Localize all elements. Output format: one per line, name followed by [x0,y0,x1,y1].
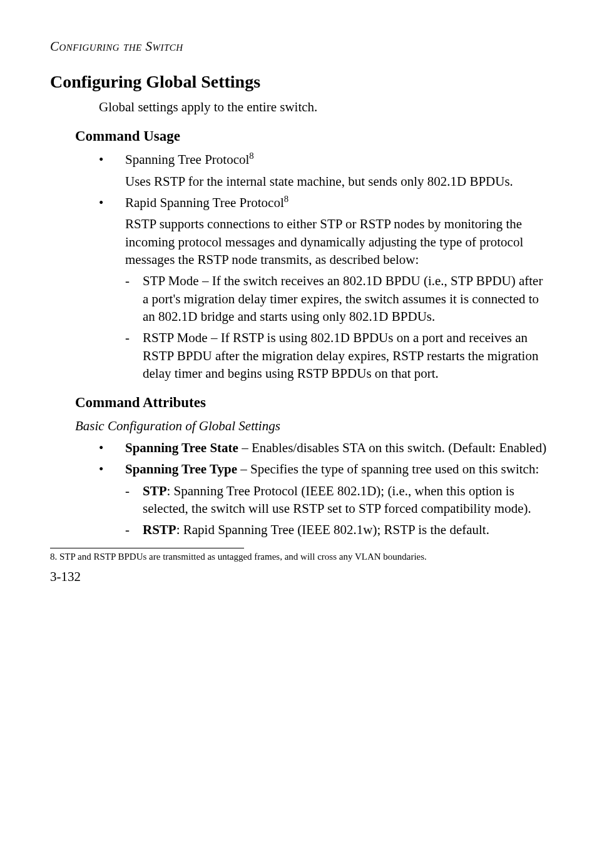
attr-item: • Spanning Tree Type – Specifies the typ… [99,460,547,478]
attr-desc: – Specifies the type of spanning tree us… [237,462,539,477]
bullet-dot-icon: • [99,151,125,168]
footnote-marker: 8. [50,552,57,562]
attr-desc: – Enables/disables STA on this switch. (… [238,440,546,455]
dash-icon: - [125,521,143,538]
dash-icon: - [125,482,143,518]
usage-subitem: - STP Mode – If the switch receives an 8… [125,272,547,325]
footnote-text: STP and RSTP BPDUs are transmitted as un… [59,552,427,562]
bullet-dot-icon: • [99,194,125,211]
footnote: 8. STP and RSTP BPDUs are transmitted as… [50,551,547,563]
attr-name: Spanning Tree Type [125,462,237,477]
attr-sub-name: STP [143,483,167,498]
section-intro: Global settings apply to the entire swit… [99,98,547,116]
attr-subitem-text: STP: Spanning Tree Protocol (IEEE 802.1D… [143,482,547,518]
usage-subitem-text: STP Mode – If the switch receives an 802… [143,272,547,325]
usage-item-desc: Uses RSTP for the internal state machine… [125,173,547,190]
attr-item: • Spanning Tree State – Enables/disables… [99,439,547,457]
dash-icon: - [125,272,143,325]
attr-item-text: Spanning Tree State – Enables/disables S… [125,439,547,457]
attr-sub-desc: : Rapid Spanning Tree (IEEE 802.1w); RST… [176,522,489,537]
attrs-subtitle: Basic Configuration of Global Settings [75,417,547,435]
usage-heading: Command Usage [75,128,547,144]
dash-icon: - [125,329,143,382]
usage-item: • Spanning Tree Protocol8 [99,151,547,168]
attr-subitem-text: RSTP: Rapid Spanning Tree (IEEE 802.1w);… [143,521,547,538]
page-number: 3-132 [50,569,547,585]
attr-name: Spanning Tree State [125,440,238,455]
usage-item-desc: RSTP supports connections to either STP … [125,215,547,268]
attr-sub-desc: : Spanning Tree Protocol (IEEE 802.1D); … [143,483,531,516]
usage-subitem: - RSTP Mode – If RSTP is using 802.1D BP… [125,329,547,382]
attr-subitem: - RSTP: Rapid Spanning Tree (IEEE 802.1w… [125,521,547,538]
bullet-dot-icon: • [99,460,125,478]
attr-item-text: Spanning Tree Type – Specifies the type … [125,460,547,478]
attr-subitem: - STP: Spanning Tree Protocol (IEEE 802.… [125,482,547,518]
usage-item: • Rapid Spanning Tree Protocol8 [99,194,547,211]
attrs-heading: Command Attributes [75,395,547,411]
usage-item-title: Rapid Spanning Tree Protocol8 [125,194,547,211]
footnote-divider [50,548,244,548]
attr-sub-name: RSTP [143,522,176,537]
running-head: Configuring the Switch [50,39,547,54]
usage-subitem-text: RSTP Mode – If RSTP is using 802.1D BPDU… [143,329,547,382]
usage-item-title: Spanning Tree Protocol8 [125,151,547,168]
bullet-dot-icon: • [99,439,125,457]
section-title: Configuring Global Settings [50,72,547,92]
